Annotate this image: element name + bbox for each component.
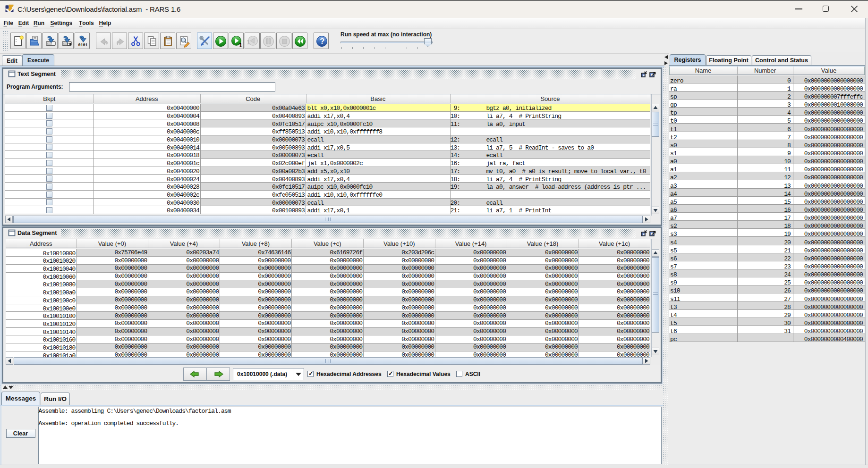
svg-text:1: 1 [247, 39, 250, 46]
svg-text:1: 1 [239, 42, 242, 47]
svg-text:0101: 0101 [78, 43, 87, 48]
svg-text:?: ? [320, 37, 324, 45]
